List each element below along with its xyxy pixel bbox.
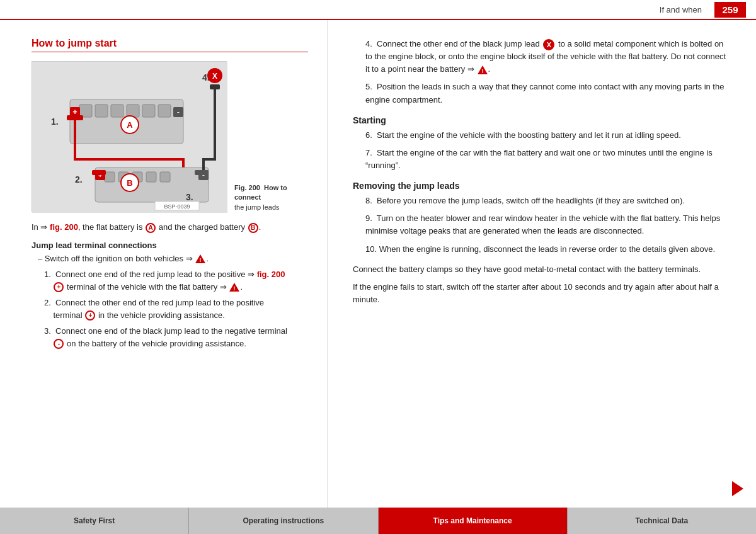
warning-icon-3: ! (477, 65, 488, 75)
tab-safety-first[interactable]: Safety First (0, 508, 189, 534)
svg-rect-35 (210, 84, 220, 89)
main-content: How to jump start 4. X (0, 20, 756, 508)
warning-icon-2: ! (229, 282, 240, 292)
svg-rect-9 (142, 105, 155, 117)
svg-text:!: ! (200, 257, 202, 263)
figure-container: 4. X A (32, 61, 308, 212)
step-6: 6. Start the engine of the vehicle with … (365, 129, 731, 142)
svg-text:+: + (72, 107, 77, 116)
svg-text:3.: 3. (186, 192, 193, 202)
step-10: 10. When the engine is running, disconne… (365, 243, 731, 256)
minus-icon-1: - (54, 339, 64, 349)
plus-icon-1: + (54, 282, 64, 292)
note-1: Connect the battery clamps so they have … (353, 263, 731, 276)
jump-lead-heading: Jump lead terminal connections (32, 241, 308, 250)
dash-step: – Switch off the ignition on both vehicl… (38, 253, 308, 265)
figure-caption: Fig. 200 How to connect the jump leads (234, 183, 308, 212)
note-2: If the engine fails to start, switch off… (353, 281, 731, 306)
svg-text:X: X (212, 72, 217, 81)
intro-text: In ⇒ fig. 200, the flat battery is A and… (32, 221, 308, 234)
battery-diagram: 4. X A (32, 62, 227, 213)
warning-icon-1: ! (195, 254, 206, 264)
svg-text:2.: 2. (75, 174, 83, 185)
header-title: If and when (660, 5, 702, 14)
svg-rect-24 (160, 172, 170, 182)
svg-rect-20 (105, 172, 115, 182)
figure-label: Fig. 200 How to connect (234, 184, 287, 201)
top-bar: If and when 259 (0, 0, 756, 20)
svg-rect-6 (95, 105, 108, 117)
section-heading: How to jump start (32, 38, 308, 52)
battery-b-icon: B (248, 223, 258, 233)
step-1: 1. Connect one end of the red jump lead … (44, 268, 308, 293)
tab-tips-maintenance[interactable]: Tips and Maintenance (379, 508, 568, 534)
step-2: 2. Connect the other end of the red jump… (44, 297, 308, 321)
svg-text:B: B (127, 178, 132, 188)
svg-text:1.: 1. (51, 116, 59, 127)
plus-icon-2: + (85, 310, 95, 321)
figure-box: 4. X A (32, 61, 227, 212)
svg-text:!: ! (234, 285, 236, 292)
battery-a-icon: A (146, 223, 156, 233)
svg-rect-23 (146, 172, 156, 182)
starting-heading: Starting (353, 115, 731, 125)
svg-rect-8 (127, 105, 139, 117)
tab-technical-data[interactable]: Technical Data (568, 508, 756, 534)
svg-rect-34 (195, 170, 209, 175)
right-column: 4. Connect the other end of the black ju… (328, 20, 756, 508)
step-3: 3. Connect one end of the black jump lea… (44, 325, 308, 349)
svg-text:-: - (177, 107, 180, 116)
bottom-navigation: Safety First Operating instructions Tips… (0, 508, 756, 534)
x-icon: X (543, 39, 554, 50)
tab-operating-instructions[interactable]: Operating instructions (189, 508, 378, 534)
svg-rect-32 (92, 170, 106, 175)
next-arrow-icon (732, 481, 743, 496)
svg-text:BSP-0039: BSP-0039 (164, 203, 190, 210)
step-8: 8. Before you remove the jump leads, swi… (365, 195, 731, 207)
svg-rect-10 (158, 105, 171, 117)
svg-text:!: ! (481, 68, 483, 74)
page-number: 259 (714, 2, 746, 18)
step-9: 9. Turn on the heater blower and rear wi… (365, 212, 731, 237)
removing-heading: Removing the jump leads (353, 181, 731, 191)
step-7: 7. Start the engine of the car with the … (365, 147, 731, 172)
svg-rect-18 (67, 115, 83, 120)
left-column: How to jump start 4. X (0, 20, 328, 508)
svg-text:A: A (127, 120, 133, 130)
step-4: 4. Connect the other end of the black ju… (365, 38, 731, 76)
svg-rect-7 (111, 105, 123, 117)
step-5: 5. Position the leads in such a way that… (365, 81, 731, 106)
